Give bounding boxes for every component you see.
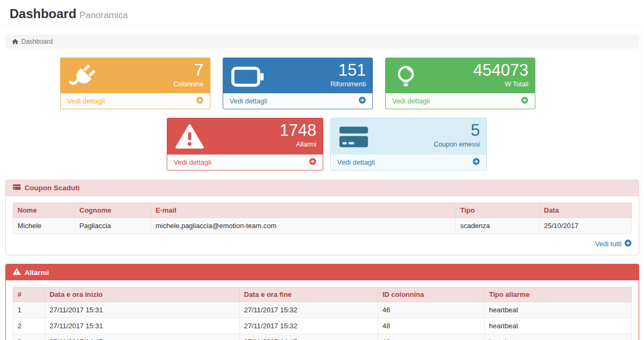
column-header-nome: Nome — [13, 203, 75, 218]
alarms-table: # Data e ora inizio Data e ora fine ID c… — [13, 287, 632, 340]
vedi-dettagli-link-coupon-emessi[interactable]: Vedi dettagli — [331, 155, 486, 170]
column-header-data: Data — [540, 203, 632, 218]
cell-tipo-allarme: heartbeat — [485, 318, 632, 334]
cell-id-colonnina: 48 — [378, 318, 485, 334]
battery-icon — [231, 67, 264, 89]
vedi-dettagli-label: Vedi dettagli — [67, 97, 105, 105]
allarmi-panel: Allarmi # Data e ora inizio Data e ora f… — [5, 264, 639, 340]
arrow-circle-right-icon — [521, 96, 528, 106]
cell-cognome: Pagliaccia — [75, 218, 151, 234]
vedi-dettagli-link-colonnine[interactable]: Vedi dettagli — [61, 93, 210, 109]
vedi-dettagli-link-rifornimenti[interactable]: Vedi dettagli — [223, 93, 372, 109]
column-header-data-inizio: Data e ora inizio — [45, 287, 240, 302]
home-icon — [12, 38, 19, 45]
info-box-row-2: 1748 Allarmi Vedi dettagli — [167, 118, 644, 171]
dashboard-page: DashboardPanoramica Dashboard — [0, 0, 644, 340]
cell-data-inizio: 27/11/2017 15:31 — [45, 318, 240, 334]
cell-data-inizio: 27/11/2017 15:31 — [45, 302, 240, 318]
breadcrumb: Dashboard — [5, 35, 639, 48]
coupon-table: Nome Cognome E-mail Tipo Data Michele Pa… — [13, 203, 632, 234]
plug-icon — [69, 63, 96, 93]
arrow-circle-right-icon — [358, 96, 366, 106]
table-row: 1 27/11/2017 15:31 27/11/2017 15:32 46 h… — [13, 302, 632, 318]
column-header-id-colonnina: ID colonnina — [378, 287, 485, 302]
column-header-tipo-allarme: Tipo allarme — [485, 287, 632, 302]
info-box-w-totali: 454073 W Totali Vedi dettagli — [385, 58, 535, 109]
cell-nome: Michele — [13, 218, 75, 234]
column-header-email: E-mail — [151, 203, 456, 218]
arrow-circle-right-icon — [472, 158, 480, 167]
info-box-colonnine: 7 Colonnine Vedi dettagli — [60, 58, 210, 109]
alarms-table-header-row: # Data e ora inizio Data e ora fine ID c… — [13, 287, 632, 302]
table-row: 3 27/11/2017 14:45 27/11/2017 14:45 48 h… — [13, 334, 632, 340]
arrow-circle-right-icon — [624, 239, 632, 248]
page-header: DashboardPanoramica — [0, 0, 644, 26]
cell-data-inizio: 27/11/2017 14:45 — [45, 334, 240, 340]
breadcrumb-item-dashboard[interactable]: Dashboard — [21, 38, 53, 45]
credit-card-icon — [339, 125, 369, 151]
cell-id-colonnina: 46 — [378, 302, 485, 318]
page-title: Dashboard — [10, 6, 76, 21]
coupon-scaduti-heading: Coupon Scaduti — [6, 180, 639, 196]
warning-icon — [13, 268, 21, 277]
column-header-number: # — [13, 287, 45, 302]
vedi-dettagli-label: Vedi dettagli — [230, 97, 267, 105]
panel-title: Allarmi — [25, 269, 49, 277]
vedi-dettagli-link-w-totali[interactable]: Vedi dettagli — [386, 93, 535, 109]
table-row: Michele Pagliaccia michele.pagliaccia@em… — [13, 218, 632, 234]
cell-number: 3 — [13, 334, 45, 340]
cell-data: 25/10/2017 — [540, 218, 632, 234]
cell-number: 2 — [13, 318, 45, 334]
cell-tipo: scadenza — [456, 218, 540, 234]
info-box-coupon-emessi: 5 Coupon emessi Vedi dettagli — [330, 118, 487, 171]
page-subtitle: Panoramica — [79, 10, 128, 20]
vedi-dettagli-label: Vedi dettagli — [337, 158, 375, 166]
warning-icon — [175, 124, 204, 151]
column-header-data-fine: Data e ora fine — [240, 287, 378, 302]
vedi-tutti-label: Vedi tutti — [595, 240, 622, 248]
credit-card-icon — [13, 184, 21, 192]
cell-data-fine: 27/11/2017 15:32 — [240, 318, 378, 334]
info-box-allarmi: 1748 Allarmi Vedi dettagli — [167, 118, 323, 171]
scrollbar-track[interactable] — [641, 31, 642, 340]
info-box-rifornimenti: 151 Rifornimenti Vedi dettagli — [223, 58, 373, 109]
cell-tipo-allarme: heartbeat — [485, 302, 632, 318]
vedi-tutti-link[interactable]: Vedi tutti — [13, 239, 632, 248]
arrow-circle-right-icon — [196, 96, 203, 106]
allarmi-heading: Allarmi — [6, 264, 639, 280]
panel-title: Coupon Scaduti — [25, 184, 80, 192]
cell-number: 1 — [13, 302, 45, 318]
coupon-scaduti-panel: Coupon Scaduti Nome Cognome E-mail Tipo … — [5, 180, 639, 255]
cell-tipo-allarme: heartbeat — [485, 334, 632, 340]
cell-data-fine: 27/11/2017 15:32 — [240, 302, 378, 318]
column-header-cognome: Cognome — [75, 203, 151, 218]
cell-data-fine: 27/11/2017 14:45 — [240, 334, 378, 340]
lightbulb-icon — [394, 63, 420, 93]
cell-id-colonnina: 48 — [378, 334, 485, 340]
table-row: 2 27/11/2017 15:31 27/11/2017 15:32 48 h… — [13, 318, 632, 334]
arrow-circle-right-icon — [309, 158, 316, 167]
column-header-tipo: Tipo — [456, 203, 540, 218]
vedi-dettagli-label: Vedi dettagli — [174, 158, 211, 166]
info-box-row-1: 7 Colonnine Vedi dettagli 151 Rifo — [60, 58, 644, 109]
vedi-dettagli-link-allarmi[interactable]: Vedi dettagli — [167, 155, 323, 170]
coupon-table-header-row: Nome Cognome E-mail Tipo Data — [13, 203, 632, 218]
vedi-dettagli-label: Vedi dettagli — [392, 97, 430, 105]
cell-email: michele.pagliaccia@emotion-team.com — [151, 218, 456, 234]
